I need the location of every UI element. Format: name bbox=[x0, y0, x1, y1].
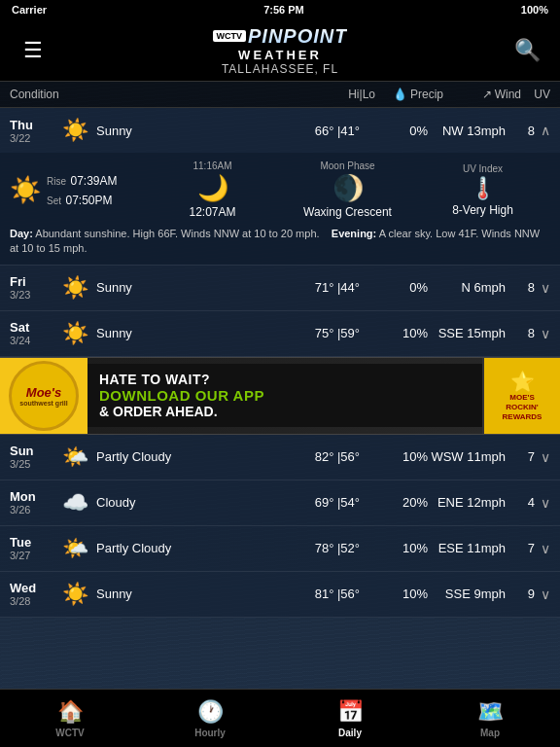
day-date-fri: Fri 3/23 bbox=[10, 274, 54, 301]
day-row-fri[interactable]: Fri 3/23 ☀️ Sunny 71° |44° 0% N 6mph 8 ∨ bbox=[0, 266, 560, 311]
day-label-sat: Sat bbox=[10, 320, 54, 335]
day-row-main-tue[interactable]: Tue 3/27 🌤️ Partly Cloudy 78° |52° 10% E… bbox=[0, 526, 560, 571]
day-row-tue[interactable]: Tue 3/27 🌤️ Partly Cloudy 78° |52° 10% E… bbox=[0, 526, 560, 572]
weather-icon-sat: ☀️ bbox=[62, 321, 88, 346]
tab-wctv-label: WCTV bbox=[55, 728, 84, 738]
precip-wed: 10% bbox=[360, 587, 428, 601]
day-date-thu: Thu 3/22 bbox=[10, 118, 54, 144]
tab-map[interactable]: 🗺️ Map bbox=[420, 690, 560, 747]
condition-fri: Sunny bbox=[96, 280, 282, 295]
weather-icon-sun: 🌤️ bbox=[62, 445, 88, 470]
weather-icon-mon: ☁️ bbox=[62, 490, 88, 516]
uv-index-item: UV Index 🌡️ 8-Very High bbox=[415, 163, 550, 217]
day-label-text: Day: bbox=[10, 228, 33, 239]
carrier-label: Carrier bbox=[12, 4, 47, 16]
day-row-wed[interactable]: Wed 3/28 ☀️ Sunny 81° |56° 10% SSE 9mph … bbox=[0, 572, 560, 618]
weather-icon-thu: ☀️ bbox=[62, 118, 88, 143]
sun-icon: ☀️ bbox=[10, 175, 41, 205]
precip-sat: 10% bbox=[360, 326, 428, 340]
moes-logo: Moe's southwest grill bbox=[0, 357, 88, 435]
col-precip-header: 💧 Precip bbox=[375, 88, 443, 101]
ad-line2: DOWNLOAD OUR APP bbox=[99, 387, 471, 404]
day-row-main-wed[interactable]: Wed 3/28 ☀️ Sunny 81° |56° 10% SSE 9mph … bbox=[0, 572, 560, 617]
day-row-mon[interactable]: Mon 3/26 ☁️ Cloudy 69° |54° 20% ENE 12mp… bbox=[0, 480, 560, 526]
ad-content: HATE TO WAIT? DOWNLOAD OUR APP & ORDER A… bbox=[88, 364, 482, 427]
chevron-down-icon-mon: ∨ bbox=[541, 495, 550, 511]
hilo-mon: 69° |54° bbox=[282, 495, 360, 510]
wind-fri: N 6mph bbox=[428, 280, 506, 295]
city-text: TALLAHASSEE, FL bbox=[222, 62, 338, 76]
day-date-wed: Wed 3/28 bbox=[10, 581, 54, 607]
raindrop-icon: 💧 bbox=[393, 88, 407, 101]
tab-hourly[interactable]: 🕐 Hourly bbox=[140, 690, 280, 747]
day-row-sat[interactable]: Sat 3/24 ☀️ Sunny 75° |59° 10% SSE 15mph… bbox=[0, 311, 560, 357]
col-uv-header: UV bbox=[521, 88, 550, 101]
day-date-tue: Tue 3/27 bbox=[10, 535, 54, 561]
tab-hourly-label: Hourly bbox=[194, 728, 226, 738]
day-row-main-sun[interactable]: Sun 3/25 🌤️ Partly Cloudy 82° |56° 10% W… bbox=[0, 435, 560, 480]
app-header: ☰ WCTV PINPOINT WEATHER TALLAHASSEE, FL … bbox=[0, 19, 560, 82]
day-row-main-thu[interactable]: Thu 3/22 ☀️ Sunny 66° |41° 0% NW 13mph 8… bbox=[0, 108, 560, 153]
search-icon[interactable]: 🔍 bbox=[509, 38, 544, 63]
precip-tue: 10% bbox=[360, 541, 428, 555]
ad-line3: & ORDER AHEAD. bbox=[99, 404, 471, 419]
condition-thu: Sunny bbox=[96, 124, 282, 138]
tab-daily-label: Daily bbox=[338, 728, 362, 738]
condition-tue: Partly Cloudy bbox=[96, 541, 282, 555]
ad-line1: HATE TO WAIT? bbox=[99, 372, 471, 387]
uv-sun: 7 bbox=[506, 449, 535, 464]
date-num-thu: 3/22 bbox=[10, 132, 54, 144]
day-row-main-sat[interactable]: Sat 3/24 ☀️ Sunny 75° |59° 10% SSE 15mph… bbox=[0, 311, 560, 356]
weather-list: Thu 3/22 ☀️ Sunny 66° |41° 0% NW 13mph 8… bbox=[0, 108, 560, 618]
moon-phase-icon: 🌒 bbox=[332, 173, 364, 203]
moon-item: 11:16AM 🌙 12:07AM bbox=[145, 160, 280, 219]
moes-brand-text: Moe's bbox=[26, 385, 61, 400]
day-row-sun[interactable]: Sun 3/25 🌤️ Partly Cloudy 82° |56° 10% W… bbox=[0, 435, 560, 480]
tab-map-label: Map bbox=[480, 728, 500, 738]
chevron-down-icon-sat: ∨ bbox=[541, 326, 550, 341]
tab-wctv[interactable]: 🏠 WCTV bbox=[0, 690, 140, 747]
evening-label-text: Evening: bbox=[332, 228, 376, 239]
date-num-wed: 3/28 bbox=[10, 595, 54, 607]
tab-daily[interactable]: 📅 Daily bbox=[280, 690, 420, 747]
expanded-thu: ☀️ Rise 07:39AM Set 07:50PM 11: bbox=[0, 153, 560, 265]
rise-label: Rise bbox=[47, 176, 66, 187]
day-label-sun: Sun bbox=[10, 444, 54, 458]
moon-phase-text: Waxing Crescent bbox=[303, 205, 392, 219]
set-time: 07:50PM bbox=[65, 194, 112, 207]
uv-fri: 8 bbox=[506, 280, 535, 295]
day-row-thu[interactable]: Thu 3/22 ☀️ Sunny 66° |41° 0% NW 13mph 8… bbox=[0, 108, 560, 266]
day-date-sun: Sun 3/25 bbox=[10, 444, 54, 470]
weather-icon-fri: ☀️ bbox=[62, 275, 88, 301]
rewards-text: MOE'SROCKIN'REWARDS bbox=[503, 393, 542, 421]
wind-sat: SSE 15mph bbox=[428, 326, 506, 340]
moon-icon: 🌙 bbox=[197, 173, 228, 203]
weather-text: WEATHER bbox=[238, 48, 322, 62]
moes-sub-text: southwest grill bbox=[19, 400, 67, 407]
wind-thu: NW 13mph bbox=[428, 124, 506, 138]
precip-mon: 20% bbox=[360, 495, 428, 510]
home-icon: 🏠 bbox=[57, 699, 84, 725]
chevron-down-icon-sun: ∨ bbox=[541, 449, 550, 465]
sun-times: Rise 07:39AM Set 07:50PM bbox=[47, 171, 118, 208]
chevron-down-icon-tue: ∨ bbox=[541, 541, 550, 556]
menu-icon[interactable]: ☰ bbox=[16, 38, 51, 63]
day-row-main-fri[interactable]: Fri 3/23 ☀️ Sunny 71° |44° 0% N 6mph 8 ∨ bbox=[0, 266, 560, 310]
pinpoint-text: PINPOINT bbox=[248, 25, 347, 48]
ad-banner[interactable]: Moe's southwest grill HATE TO WAIT? DOWN… bbox=[0, 357, 560, 435]
time-label: 7:56 PM bbox=[263, 4, 304, 16]
precip-thu: 0% bbox=[360, 124, 428, 138]
date-num-mon: 3/26 bbox=[10, 504, 54, 516]
day-row-main-mon[interactable]: Mon 3/26 ☁️ Cloudy 69° |54° 20% ENE 12mp… bbox=[0, 480, 560, 525]
status-bar: Carrier 7:56 PM 100% bbox=[0, 0, 560, 19]
col-wind-header: ↗ Wind bbox=[443, 88, 521, 101]
date-num-sat: 3/24 bbox=[10, 335, 54, 346]
uv-tue: 7 bbox=[506, 541, 535, 555]
hilo-tue: 78° |52° bbox=[282, 541, 360, 555]
day-date-sat: Sat 3/24 bbox=[10, 320, 54, 346]
logo-badge: WCTV PINPOINT bbox=[213, 25, 348, 48]
tab-bar: 🏠 WCTV 🕐 Hourly 📅 Daily 🗺️ Map bbox=[0, 689, 560, 747]
uv-thu: 8 bbox=[506, 124, 535, 138]
uv-index-label: UV Index bbox=[463, 163, 503, 174]
calendar-icon: 📅 bbox=[337, 699, 364, 725]
